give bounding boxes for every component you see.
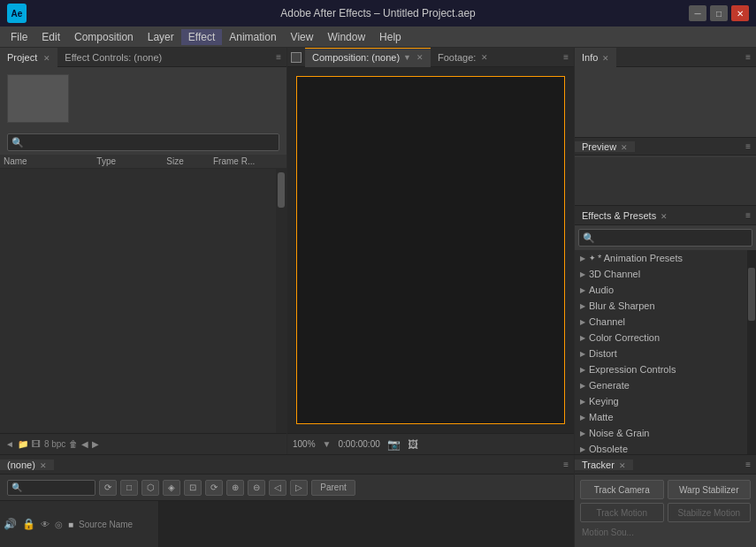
effect-item-generate[interactable]: Generate	[575, 377, 756, 393]
footage-tab-close[interactable]: ✕	[481, 48, 488, 67]
col-name-header[interactable]: Name	[4, 156, 96, 166]
timeline-right-col	[159, 501, 574, 547]
effect-item-matte[interactable]: Matte	[575, 409, 756, 425]
timeline-btn-8[interactable]: ⊖	[248, 480, 265, 496]
timeline-btn-parent[interactable]: Parent	[311, 480, 355, 496]
effects-panel-menu[interactable]: ≡	[740, 210, 756, 220]
close-button[interactable]: ✕	[731, 5, 749, 21]
effect-item-noise-grain[interactable]: Noise & Grain	[575, 425, 756, 441]
timeline-btn-1[interactable]: ⟳	[99, 480, 117, 496]
prev-btn[interactable]: ◀	[81, 439, 88, 449]
menu-file[interactable]: File	[4, 29, 34, 45]
timeline-btn-3[interactable]: ⬡	[141, 480, 159, 496]
menu-composition[interactable]: Composition	[67, 29, 141, 45]
timecode: 0:00:00:00	[338, 439, 379, 449]
timeline-search[interactable]: 🔍	[7, 480, 95, 496]
col-type-header[interactable]: Type	[96, 156, 166, 166]
timeline-btn-5[interactable]: ⊡	[184, 480, 202, 496]
timeline-tab-close[interactable]: ✕	[40, 461, 47, 470]
menu-layer[interactable]: Layer	[141, 29, 181, 45]
stabilize-motion-button[interactable]: Stabilize Motion	[668, 503, 752, 522]
preview-panel-menu[interactable]: ≡	[740, 141, 756, 151]
show-snapshot-btn[interactable]: 🖼	[408, 438, 418, 451]
effect-item-animation-presets[interactable]: ✦ * Animation Presets	[575, 250, 756, 266]
info-panel-menu[interactable]: ≡	[740, 52, 756, 62]
timeline-btn-2[interactable]: □	[120, 480, 138, 496]
comp-panel-menu[interactable]: ≡	[558, 52, 574, 62]
project-search[interactable]: 🔍	[7, 133, 279, 151]
layer-lock[interactable]: 🔒	[22, 518, 35, 530]
menu-help[interactable]: Help	[372, 29, 409, 45]
effects-scrollbar[interactable]	[747, 250, 756, 454]
solo-toggle[interactable]: ◎	[55, 520, 63, 529]
info-tab-close[interactable]: ✕	[602, 54, 609, 63]
menu-effect[interactable]: Effect	[181, 29, 222, 45]
timeline-btn-6[interactable]: ⟳	[205, 480, 223, 496]
next-btn[interactable]: ▶	[92, 439, 99, 449]
project-panel-menu[interactable]: ≡	[271, 52, 286, 62]
preview-tab[interactable]: Preview ✕	[575, 141, 635, 152]
col-size-header[interactable]: Size	[166, 156, 213, 166]
maximize-button[interactable]: □	[710, 5, 728, 21]
effect-item-blur-sharpen[interactable]: Blur & Sharpen	[575, 298, 756, 314]
timeline-panel-menu[interactable]: ≡	[558, 460, 574, 469]
comp-composition-tab[interactable]: Composition: (none) ▼ ✕	[305, 48, 431, 67]
menu-animation[interactable]: Animation	[222, 29, 283, 45]
timeline-none-tab[interactable]: (none) ✕	[0, 460, 54, 470]
effect-arrow-channel	[580, 317, 585, 326]
effect-arrow-noise	[580, 429, 585, 437]
project-search-icon: 🔍	[11, 137, 24, 148]
effect-controls-tab[interactable]: Effect Controls: (none)	[57, 48, 169, 67]
effect-item-keying[interactable]: Keying	[575, 393, 756, 409]
zoom-btn[interactable]: ▼	[323, 439, 332, 449]
import-btn[interactable]: 📁	[18, 439, 28, 449]
preview-controls	[575, 157, 756, 206]
tracker-tab-close[interactable]: ✕	[619, 461, 626, 470]
effect-arrow-keying	[580, 397, 585, 406]
tracker-tab[interactable]: Tracker ✕	[575, 460, 633, 470]
project-tab-close[interactable]: ✕	[43, 54, 50, 63]
track-motion-button[interactable]: Track Motion	[580, 503, 664, 522]
effects-close[interactable]: ✕	[661, 212, 668, 221]
effect-item-color-correction[interactable]: Color Correction	[575, 330, 756, 346]
menu-window[interactable]: Window	[320, 29, 372, 45]
effects-title[interactable]: Effects & Presets ✕	[575, 210, 675, 221]
effect-item-expression[interactable]: Expression Controls	[575, 361, 756, 377]
effect-arrow-distort	[580, 349, 585, 358]
left-panel: Project ✕ Effect Controls: (none) ≡ 🔍 Na…	[0, 48, 287, 454]
project-tab[interactable]: Project ✕	[0, 48, 57, 67]
menu-view[interactable]: View	[284, 29, 321, 45]
timeline-btn-7[interactable]: ⊕	[226, 480, 244, 496]
comp-tab-close[interactable]: ✕	[416, 48, 424, 67]
comp-tabs: Composition: (none) ▼ ✕ Footage: ✕ ≡	[287, 48, 574, 67]
effects-scroll-thumb[interactable]	[748, 268, 755, 321]
effect-item-distort[interactable]: Distort	[575, 346, 756, 361]
timeline-btn-10[interactable]: ▷	[290, 480, 308, 496]
minimize-button[interactable]: ─	[689, 5, 706, 21]
timeline-btn-9[interactable]: ◁	[269, 480, 286, 496]
comp-tab-arrow[interactable]: ▼	[403, 48, 411, 67]
project-scroll-thumb[interactable]	[278, 172, 285, 208]
tracker-panel-menu[interactable]: ≡	[740, 460, 756, 469]
menu-edit[interactable]: Edit	[34, 29, 67, 45]
info-tab[interactable]: Info ✕	[575, 48, 616, 67]
snapshot-btn[interactable]: 📷	[387, 438, 401, 451]
effect-item-audio[interactable]: Audio	[575, 282, 756, 298]
footage-tab[interactable]: Footage: ✕	[431, 48, 495, 67]
source-name-label: Source Name	[79, 520, 133, 529]
col-frame-header[interactable]: Frame R...	[213, 156, 283, 166]
tracker-content: Track Camera Warp Stabilizer Track Motio…	[575, 475, 756, 547]
effect-item-obsolete[interactable]: Obsolete	[575, 441, 756, 454]
effects-search[interactable]: 🔍	[578, 229, 752, 247]
effect-item-3d-channel[interactable]: 3D Channel	[575, 266, 756, 282]
timeline-btn-4[interactable]: ◈	[163, 480, 180, 496]
audio-toggle[interactable]: 🔊	[4, 518, 17, 530]
title-bar-controls[interactable]: ─ □ ✕	[689, 5, 749, 21]
warp-stabilizer-button[interactable]: Warp Stabilizer	[668, 480, 752, 499]
track-camera-button[interactable]: Track Camera	[580, 480, 664, 499]
effect-item-channel[interactable]: Channel	[575, 314, 756, 330]
preview-tab-close[interactable]: ✕	[621, 143, 628, 152]
project-scrollbar[interactable]	[276, 169, 286, 433]
delete-btn[interactable]: 🗑	[69, 439, 78, 449]
visibility-toggle[interactable]: 👁	[41, 520, 50, 529]
